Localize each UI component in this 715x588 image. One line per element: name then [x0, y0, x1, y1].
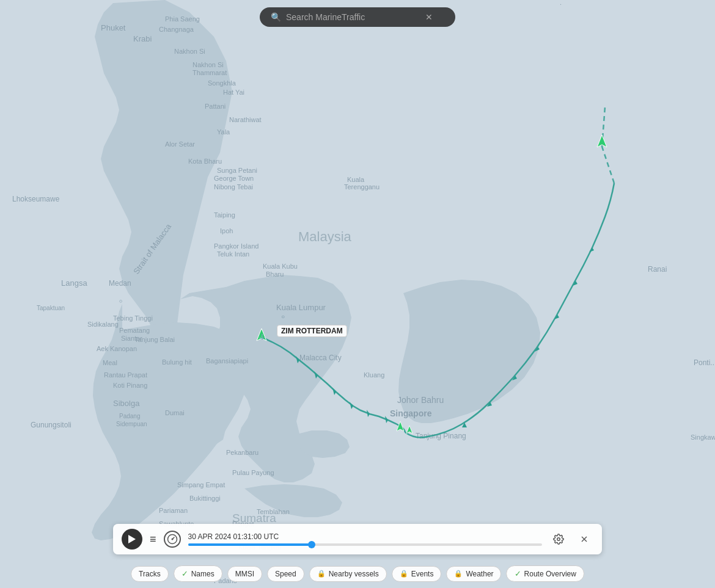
svg-text:Malaysia: Malaysia — [298, 229, 352, 244]
svg-marker-94 — [128, 535, 136, 543]
svg-text:Pekanbaru: Pekanbaru — [226, 449, 258, 456]
chip-check-icon: ✓ — [515, 569, 521, 578]
chip-check-icon: ✓ — [182, 569, 188, 578]
progress-knob[interactable] — [308, 541, 315, 548]
svg-text:Nakhon Si: Nakhon Si — [174, 48, 205, 55]
svg-text:Pattani: Pattani — [205, 103, 226, 110]
svg-text:Bagansiapiapi: Bagansiapiapi — [206, 357, 248, 365]
svg-text:Thammarat: Thammarat — [193, 69, 227, 76]
svg-text:Bukittinggi: Bukittinggi — [189, 495, 221, 502]
svg-text:Phia Saeng: Phia Saeng — [165, 15, 200, 23]
svg-text:Kuala Lumpur: Kuala Lumpur — [276, 303, 326, 312]
chip-speed[interactable]: Speed — [267, 566, 304, 582]
svg-text:Hat Yai: Hat Yai — [223, 89, 244, 96]
svg-text:Bharu: Bharu — [266, 270, 284, 278]
svg-text:○: ○ — [281, 313, 285, 320]
svg-text:Malacca City: Malacca City — [299, 354, 342, 362]
svg-text:Terengganu: Terengganu — [344, 183, 380, 191]
chip-lock-icon: 🔒 — [317, 570, 326, 578]
chip-events[interactable]: 🔒Events — [392, 566, 442, 582]
svg-text:Narathiwat: Narathiwat — [229, 116, 262, 123]
svg-text:Koti Pinang: Koti Pinang — [113, 382, 147, 389]
chip-lock-icon: 🔒 — [400, 570, 408, 578]
svg-text:Pematang: Pematang — [119, 327, 150, 334]
vessel-label[interactable]: ZIM ROTTERDAM — [277, 325, 347, 337]
svg-point-98 — [557, 538, 560, 541]
svg-text:Songkhla: Songkhla — [208, 79, 237, 87]
svg-text:Pulau Payung: Pulau Payung — [232, 469, 274, 476]
timestamp-label: 30 APR 2024 01:31:00 UTC — [188, 532, 542, 541]
svg-text:Sunga Petani: Sunga Petani — [217, 167, 257, 174]
svg-text:Pariaman: Pariaman — [159, 507, 188, 514]
svg-text:Medan: Medan — [109, 279, 131, 288]
svg-text:Pangkor Island: Pangkor Island — [214, 242, 258, 250]
svg-text:Sidempuan: Sidempuan — [116, 421, 147, 427]
chip-weather[interactable]: 🔒Weather — [446, 566, 501, 582]
play-button[interactable] — [122, 529, 142, 550]
svg-text:Tapaktuan: Tapaktuan — [37, 305, 65, 311]
svg-text:Sidikalang: Sidikalang — [87, 321, 119, 328]
chip-label: Events — [411, 570, 434, 578]
svg-text:Kota Bharu: Kota Bharu — [188, 158, 222, 165]
settings-button[interactable] — [549, 530, 568, 548]
svg-text:Kuala: Kuala — [347, 176, 365, 183]
map-background: Lhokseumawe Medan ○ Tebing Tinggi Pemata… — [0, 0, 715, 588]
svg-text:⚓: ⚓ — [259, 333, 265, 339]
chip-label: Speed — [275, 570, 296, 578]
chip-label: Nearby vessels — [329, 570, 379, 578]
close-button[interactable] — [575, 530, 593, 548]
chip-tracks[interactable]: Tracks — [131, 566, 169, 582]
chip-label: Route Overview — [524, 570, 576, 578]
svg-text:Bulung hit: Bulung hit — [162, 358, 192, 366]
svg-text:Aek Kanopan: Aek Kanopan — [97, 345, 137, 352]
svg-text:Krabi: Krabi — [133, 34, 152, 43]
svg-text:Kluang: Kluang — [364, 371, 384, 379]
chip-label: Tracks — [139, 570, 161, 578]
chip-names[interactable]: ✓Names — [174, 565, 222, 582]
svg-text:Johor Bahru: Johor Bahru — [397, 395, 444, 405]
svg-text:Ranai: Ranai — [648, 265, 667, 274]
svg-text:Sumatra: Sumatra — [232, 512, 276, 524]
svg-text:.: . — [560, 0, 562, 6]
svg-rect-0 — [0, 0, 715, 588]
map-container[interactable]: Lhokseumawe Medan ○ Tebing Tinggi Pemata… — [0, 0, 715, 588]
svg-text:Tebing Tinggi: Tebing Tinggi — [113, 314, 153, 322]
chip-mmsi[interactable]: MMSI — [227, 566, 262, 582]
progress-bar[interactable] — [188, 543, 542, 546]
search-bar[interactable]: 🔍 ✕ — [260, 7, 455, 27]
svg-text:Phuket: Phuket — [101, 23, 126, 32]
svg-text:Taiping: Taiping — [214, 211, 235, 219]
svg-text:Gunungsitoli: Gunungsitoli — [31, 421, 72, 429]
chip-label: Weather — [466, 570, 493, 578]
chip-label: Names — [191, 570, 215, 578]
filter-chips: Tracks✓NamesMMSISpeed🔒Nearby vessels🔒Eve… — [131, 565, 584, 582]
chip-label: MMSI — [235, 570, 254, 578]
search-input[interactable] — [286, 12, 420, 22]
svg-text:Teluk Intan: Teluk Intan — [217, 250, 249, 258]
svg-text:Dumai: Dumai — [165, 409, 185, 416]
chip-lock-icon: 🔒 — [454, 570, 463, 578]
svg-text:Tanjung Balai: Tanjung Balai — [134, 336, 175, 343]
svg-text:Langsa: Langsa — [61, 278, 87, 288]
close-search-icon[interactable]: ✕ — [425, 12, 433, 22]
menu-icon[interactable]: ≡ — [150, 533, 156, 546]
playback-bar: ≡ 30 APR 2024 01:31:00 UTC — [113, 524, 602, 554]
svg-text:Simpang Empat: Simpang Empat — [177, 481, 225, 488]
svg-text:Ponti...: Ponti... — [694, 358, 715, 367]
svg-text:Ipoh: Ipoh — [220, 227, 233, 234]
svg-text:Kuala Kubu: Kuala Kubu — [263, 263, 298, 270]
svg-text:George Town: George Town — [214, 175, 254, 182]
speed-icon[interactable] — [164, 531, 181, 548]
svg-text:Rantau Prapat: Rantau Prapat — [104, 371, 147, 379]
chip-nearby-vessels[interactable]: 🔒Nearby vessels — [309, 566, 387, 582]
svg-text:Alor Setar: Alor Setar — [165, 140, 195, 148]
svg-point-97 — [171, 539, 173, 540]
svg-text:Singkawang: Singkawang — [691, 434, 715, 441]
svg-text:Nakhon Si: Nakhon Si — [193, 61, 224, 68]
svg-text:Nibong Tebai: Nibong Tebai — [214, 183, 253, 191]
svg-text:Changnaga: Changnaga — [159, 26, 194, 33]
svg-text:Singapore: Singapore — [390, 408, 432, 418]
search-icon: 🔍 — [271, 12, 281, 22]
svg-text:○: ○ — [119, 298, 122, 304]
chip-route-overview[interactable]: ✓Route Overview — [507, 565, 584, 582]
